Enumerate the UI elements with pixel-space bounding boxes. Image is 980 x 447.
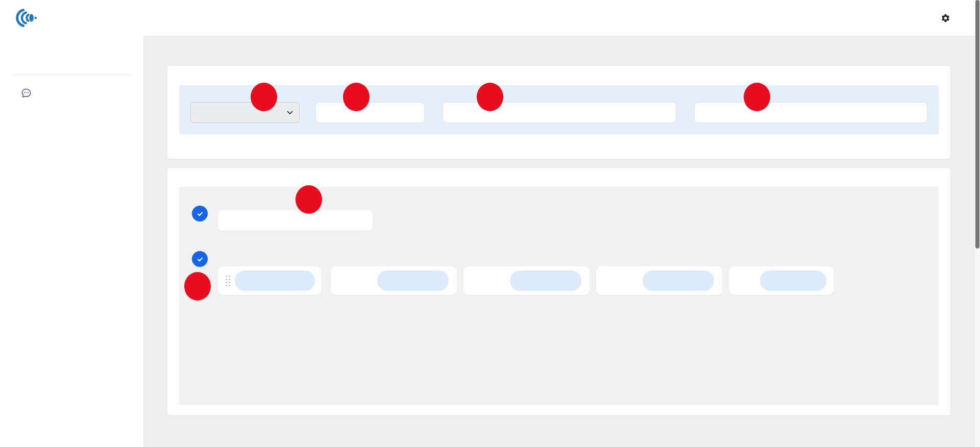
print-size-details-label [218, 251, 926, 266]
main-content [143, 36, 975, 447]
sidebar-divider [12, 74, 131, 75]
section-check-toggle[interactable] [192, 206, 208, 221]
step-badge-1 [251, 83, 277, 111]
code-input[interactable] [315, 102, 425, 123]
properties-panel [179, 187, 939, 405]
step-badge-6 [184, 272, 211, 301]
pricecal-logo-icon [15, 8, 39, 28]
field-applicable-for [190, 97, 300, 123]
size-rows-list [218, 266, 926, 295]
info-fields-band [179, 85, 939, 134]
description-input[interactable] [694, 102, 927, 123]
chevron-down-icon [287, 111, 293, 115]
live-chat-support[interactable] [0, 87, 143, 99]
unit-radio-group [218, 210, 373, 231]
chat-bubble-icon [20, 87, 32, 99]
scrollbar-thumb[interactable] [975, 0, 979, 249]
printing-size-information-card [167, 65, 951, 159]
print-size-details-block [192, 251, 926, 295]
field-description [694, 97, 927, 123]
top-bar [0, 0, 980, 36]
page-scrollbar[interactable] [975, 0, 980, 447]
size-name-input[interactable] [235, 270, 315, 291]
check-icon [196, 210, 204, 218]
field-name [443, 97, 676, 123]
check-icon [196, 255, 204, 263]
sidebar [0, 36, 143, 447]
section-check-toggle[interactable] [192, 251, 208, 267]
step-badge-4 [744, 83, 770, 111]
sidebar-nav [0, 36, 143, 61]
field-code [315, 97, 425, 123]
name-input[interactable] [443, 102, 676, 123]
step-badge-2 [343, 83, 370, 111]
measurement-unit-block [218, 198, 373, 231]
logo-wordmark [43, 10, 43, 26]
applicable-for-select[interactable] [190, 102, 300, 123]
gear-icon [941, 13, 950, 23]
printing-size-properties-card [167, 167, 951, 416]
page-header [143, 36, 975, 65]
drag-handle-icon[interactable] [225, 275, 231, 286]
step-badge-5 [296, 185, 322, 214]
plan-indicator[interactable] [941, 13, 954, 23]
pricecal-logo[interactable] [15, 8, 43, 28]
size-row-partial [218, 266, 926, 295]
